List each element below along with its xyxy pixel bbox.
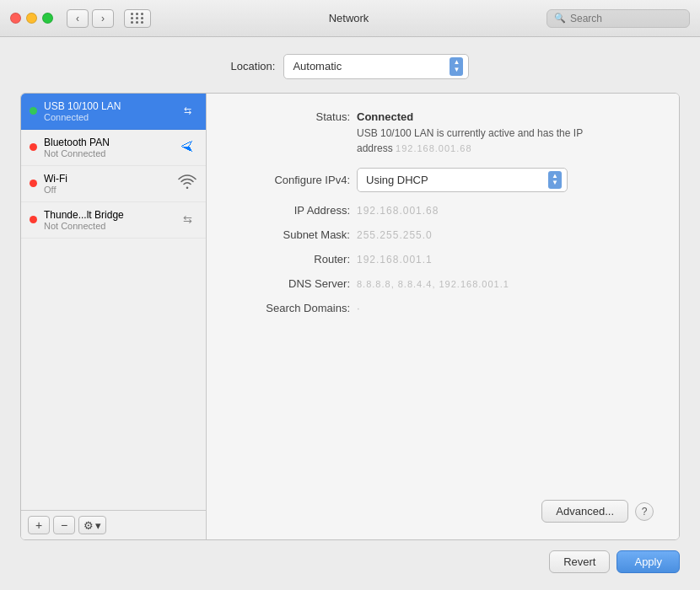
router-row: Router: 192.168.001.1 (232, 253, 654, 266)
sidebar-footer: + − ⚙ ▾ (21, 510, 206, 539)
status-dot-red-bt (30, 143, 37, 151)
sidebar-item-name-wifi: Wi-Fi (44, 173, 170, 185)
sidebar-item-bluetooth-pan[interactable]: Bluetooth PAN Not Connected ⮘ (21, 130, 206, 166)
status-value: Connected (357, 110, 610, 123)
gear-chevron-icon: ▾ (95, 519, 101, 532)
arrows-icon: ⇆ (177, 105, 197, 116)
sidebar-item-info-bluetooth: Bluetooth PAN Not Connected (44, 137, 170, 158)
status-description: USB 10/100 LAN is currently active and h… (357, 126, 610, 156)
apps-grid-button[interactable] (124, 9, 151, 28)
ip-address-row: IP Address: 192.168.001.68 (232, 204, 654, 217)
search-bar[interactable]: 🔍 (547, 9, 690, 28)
ipv4-spinner-down: ▼ (552, 180, 558, 187)
action-buttons: Revert Apply (549, 550, 680, 573)
status-block: Connected USB 10/100 LAN is currently ac… (357, 110, 610, 156)
apply-button[interactable]: Apply (617, 550, 680, 573)
sidebar-item-info-thunderbolt: Thunde...lt Bridge Not Connected (44, 209, 170, 231)
traffic-lights (10, 13, 53, 24)
remove-network-button[interactable]: − (53, 516, 75, 534)
help-button[interactable]: ? (635, 502, 654, 521)
thunderbolt-arrows-icon: ⇆ (177, 213, 197, 226)
dns-server-row: DNS Server: 8.8.8.8, 8.8.4.4, 192.168.00… (232, 277, 654, 290)
sidebar-item-name-usb-lan: USB 10/100 LAN (44, 100, 170, 112)
bluetooth-icon: ⮘ (177, 140, 197, 155)
detail-panel: Status: Connected USB 10/100 LAN is curr… (207, 94, 679, 539)
apps-grid-icon (131, 13, 144, 24)
sidebar-item-status-bluetooth: Not Connected (44, 148, 170, 158)
gear-menu-button[interactable]: ⚙ ▾ (78, 516, 106, 534)
titlebar: ‹ › Network 🔍 (0, 0, 700, 37)
sidebar-item-status-wifi: Off (44, 185, 170, 195)
status-dot-red-tb (30, 216, 37, 223)
add-network-button[interactable]: + (28, 516, 50, 534)
sidebar-item-info-wifi: Wi-Fi Off (44, 173, 170, 195)
maximize-button[interactable] (42, 13, 53, 24)
configure-ipv4-row: Configure IPv4: Using DHCP ▲ ▼ (232, 168, 654, 193)
advanced-row: Advanced... ? (232, 500, 654, 523)
search-input[interactable] (570, 13, 680, 24)
wifi-icon (177, 174, 197, 193)
location-spinner[interactable]: ▲ ▼ (450, 57, 463, 76)
main-content: Location: Automatic ▲ ▼ USB 10/100 LAN C… (0, 37, 700, 590)
revert-button[interactable]: Revert (549, 550, 610, 573)
status-dot-green (30, 107, 37, 115)
ip-address-label: IP Address: (232, 204, 350, 217)
spinner-down-icon: ▼ (453, 67, 460, 74)
ipv4-select-value: Using DHCP (366, 174, 541, 186)
forward-button[interactable]: › (92, 9, 114, 28)
back-button[interactable]: ‹ (67, 9, 89, 28)
search-domains-value: · (357, 302, 360, 314)
window-title: Network (158, 12, 540, 24)
status-row: Status: Connected USB 10/100 LAN is curr… (232, 110, 654, 156)
sidebar-item-name-bluetooth: Bluetooth PAN (44, 137, 170, 148)
dns-server-value: 8.8.8.8, 8.8.4.4, 192.168.001.1 (357, 279, 509, 289)
sidebar-item-thunderbolt[interactable]: Thunde...lt Bridge Not Connected ⇆ (21, 202, 206, 239)
detail-spacer (232, 326, 654, 488)
bottom-bar: Revert Apply (20, 540, 680, 577)
sidebar-list: USB 10/100 LAN Connected ⇆ Bluetooth PAN… (21, 94, 206, 510)
middle-section: USB 10/100 LAN Connected ⇆ Bluetooth PAN… (20, 93, 680, 540)
dns-server-label: DNS Server: (232, 277, 350, 290)
subnet-mask-row: Subnet Mask: 255.255.255.0 (232, 228, 654, 241)
ipv4-spinner[interactable]: ▲ ▼ (548, 171, 562, 190)
location-value: Automatic (293, 60, 443, 72)
ip-address-value: 192.168.001.68 (357, 205, 439, 217)
sidebar-item-status-thunderbolt: Not Connected (44, 221, 170, 231)
configure-ipv4-label: Configure IPv4: (232, 174, 350, 186)
minimize-button[interactable] (26, 13, 37, 24)
sidebar-item-usb-lan[interactable]: USB 10/100 LAN Connected ⇆ (21, 94, 206, 130)
sidebar: USB 10/100 LAN Connected ⇆ Bluetooth PAN… (21, 94, 207, 539)
subnet-mask-value: 255.255.255.0 (357, 229, 433, 241)
location-label: Location: (231, 60, 276, 72)
advanced-button[interactable]: Advanced... (541, 500, 628, 523)
status-label: Status: (232, 110, 350, 123)
sidebar-item-wifi[interactable]: Wi-Fi Off (21, 166, 206, 202)
sidebar-item-name-thunderbolt: Thunde...lt Bridge (44, 209, 170, 221)
router-label: Router: (232, 253, 350, 266)
search-domains-label: Search Domains: (232, 302, 350, 314)
status-dot-red-wifi (30, 180, 37, 187)
sidebar-item-status-usb-lan: Connected (44, 112, 170, 122)
sidebar-item-info-usb-lan: USB 10/100 LAN Connected (44, 100, 170, 122)
nav-buttons: ‹ › (67, 9, 114, 28)
subnet-mask-label: Subnet Mask: (232, 228, 350, 241)
search-domains-row: Search Domains: · (232, 302, 654, 314)
search-icon: 🔍 (554, 13, 566, 24)
status-ip-blurred: 192.168.001.68 (396, 143, 471, 153)
location-select[interactable]: Automatic ▲ ▼ (283, 54, 469, 79)
router-value: 192.168.001.1 (357, 254, 433, 266)
configure-ipv4-select[interactable]: Using DHCP ▲ ▼ (357, 168, 568, 193)
gear-icon: ⚙ (83, 519, 94, 532)
close-button[interactable] (10, 13, 21, 24)
location-row: Location: Automatic ▲ ▼ (20, 54, 680, 79)
